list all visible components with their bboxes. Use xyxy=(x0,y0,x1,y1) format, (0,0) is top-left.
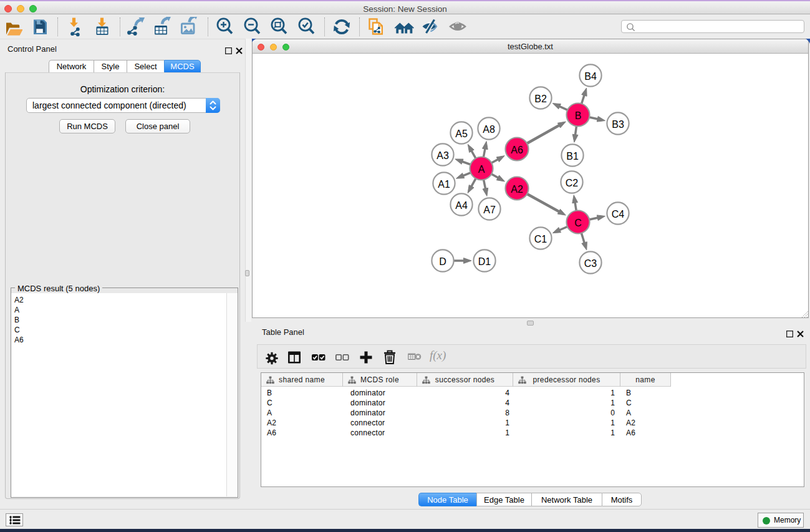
svg-text:B: B xyxy=(575,110,582,121)
svg-text:B1: B1 xyxy=(566,151,579,162)
svg-text:B4: B4 xyxy=(584,71,597,82)
svg-text:A8: A8 xyxy=(483,124,495,135)
svg-text:A6: A6 xyxy=(511,145,523,155)
svg-text:C2: C2 xyxy=(566,178,579,188)
svg-text:A1: A1 xyxy=(438,179,450,190)
svg-text:A2: A2 xyxy=(511,184,523,195)
svg-text:D: D xyxy=(439,256,446,267)
svg-text:C: C xyxy=(574,218,582,228)
svg-text:A: A xyxy=(478,164,485,175)
svg-text:A5: A5 xyxy=(455,128,468,139)
svg-text:A4: A4 xyxy=(455,200,468,211)
svg-text:C1: C1 xyxy=(534,234,547,244)
svg-text:A3: A3 xyxy=(436,150,449,161)
svg-text:D1: D1 xyxy=(478,256,491,267)
svg-text:C4: C4 xyxy=(612,209,625,220)
svg-text:B2: B2 xyxy=(534,94,547,104)
svg-text:C3: C3 xyxy=(584,258,597,269)
svg-text:A7: A7 xyxy=(483,205,496,215)
svg-text:B3: B3 xyxy=(612,119,624,130)
